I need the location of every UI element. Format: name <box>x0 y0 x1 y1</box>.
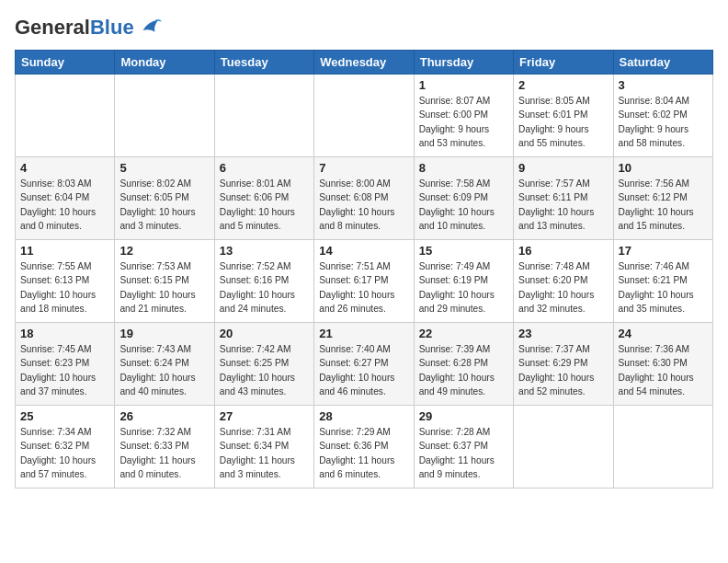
calendar-week-row: 25Sunrise: 7:34 AM Sunset: 6:32 PM Dayli… <box>16 406 713 488</box>
day-number: 7 <box>319 161 408 175</box>
day-info: Sunrise: 7:58 AM Sunset: 6:09 PM Dayligh… <box>419 177 508 233</box>
calendar-day-cell: 18Sunrise: 7:45 AM Sunset: 6:23 PM Dayli… <box>16 323 115 406</box>
logo-blue: Blue <box>90 16 134 39</box>
day-number: 29 <box>419 409 508 423</box>
day-number: 15 <box>419 244 508 258</box>
day-number: 13 <box>220 244 309 258</box>
day-info: Sunrise: 7:34 AM Sunset: 6:32 PM Dayligh… <box>20 425 109 481</box>
calendar-day-cell <box>214 75 313 157</box>
day-info: Sunrise: 7:48 AM Sunset: 6:20 PM Dayligh… <box>518 259 608 316</box>
calendar-day-cell: 21Sunrise: 7:40 AM Sunset: 6:27 PM Dayli… <box>314 323 414 406</box>
day-info: Sunrise: 8:02 AM Sunset: 6:05 PM Dayligh… <box>119 177 209 233</box>
day-number: 19 <box>119 327 209 340</box>
day-number: 6 <box>220 161 309 175</box>
calendar-day-cell <box>314 75 414 157</box>
day-info: Sunrise: 7:52 AM Sunset: 6:16 PM Dayligh… <box>220 259 309 316</box>
calendar-day-cell: 13Sunrise: 7:52 AM Sunset: 6:16 PM Dayli… <box>214 240 313 323</box>
calendar-day-cell: 25Sunrise: 7:34 AM Sunset: 6:32 PM Dayli… <box>16 406 115 488</box>
day-number: 28 <box>319 409 408 423</box>
day-number: 4 <box>20 161 109 175</box>
calendar-day-cell <box>16 75 115 157</box>
calendar-week-row: 18Sunrise: 7:45 AM Sunset: 6:23 PM Dayli… <box>16 323 713 406</box>
day-info: Sunrise: 7:49 AM Sunset: 6:19 PM Dayligh… <box>419 259 508 316</box>
calendar-day-cell: 22Sunrise: 7:39 AM Sunset: 6:28 PM Dayli… <box>414 323 513 406</box>
calendar-day-cell: 27Sunrise: 7:31 AM Sunset: 6:34 PM Dayli… <box>214 406 313 488</box>
day-info: Sunrise: 7:40 AM Sunset: 6:27 PM Dayligh… <box>319 342 408 398</box>
day-info: Sunrise: 7:39 AM Sunset: 6:28 PM Dayligh… <box>419 342 508 398</box>
day-info: Sunrise: 7:46 AM Sunset: 6:21 PM Dayligh… <box>619 259 708 316</box>
day-number: 25 <box>20 409 109 423</box>
logo-general: General <box>15 16 90 39</box>
calendar-week-row: 1Sunrise: 8:07 AM Sunset: 6:00 PM Daylig… <box>16 75 713 157</box>
day-info: Sunrise: 7:43 AM Sunset: 6:24 PM Dayligh… <box>119 342 209 398</box>
calendar-day-cell: 11Sunrise: 7:55 AM Sunset: 6:13 PM Dayli… <box>16 240 115 323</box>
day-info: Sunrise: 7:31 AM Sunset: 6:34 PM Dayligh… <box>220 425 309 481</box>
day-number: 11 <box>20 244 109 258</box>
day-number: 3 <box>619 78 708 92</box>
day-number: 22 <box>419 327 508 340</box>
day-number: 9 <box>518 161 608 175</box>
day-number: 16 <box>518 244 608 258</box>
day-info: Sunrise: 7:32 AM Sunset: 6:33 PM Dayligh… <box>119 425 209 481</box>
calendar-day-cell: 14Sunrise: 7:51 AM Sunset: 6:17 PM Dayli… <box>314 240 414 323</box>
calendar-week-row: 11Sunrise: 7:55 AM Sunset: 6:13 PM Dayli… <box>16 240 713 323</box>
day-number: 27 <box>220 409 309 423</box>
calendar-header-sunday: Sunday <box>16 51 115 75</box>
day-number: 5 <box>119 161 209 175</box>
day-number: 18 <box>20 327 109 340</box>
calendar-header-wednesday: Wednesday <box>314 51 414 75</box>
calendar-day-cell: 1Sunrise: 8:07 AM Sunset: 6:00 PM Daylig… <box>414 75 513 157</box>
calendar-header-thursday: Thursday <box>414 51 513 75</box>
day-info: Sunrise: 8:05 AM Sunset: 6:01 PM Dayligh… <box>518 94 608 150</box>
calendar-day-cell: 29Sunrise: 7:28 AM Sunset: 6:37 PM Dayli… <box>414 406 513 488</box>
day-number: 2 <box>518 78 608 92</box>
calendar-day-cell: 15Sunrise: 7:49 AM Sunset: 6:19 PM Dayli… <box>414 240 513 323</box>
calendar-day-cell: 12Sunrise: 7:53 AM Sunset: 6:15 PM Dayli… <box>115 240 214 323</box>
day-info: Sunrise: 7:36 AM Sunset: 6:30 PM Dayligh… <box>619 342 708 398</box>
logo-bird-icon <box>136 15 162 40</box>
calendar-day-cell: 24Sunrise: 7:36 AM Sunset: 6:30 PM Dayli… <box>613 323 712 406</box>
calendar-day-cell <box>514 406 613 488</box>
day-number: 14 <box>319 244 408 258</box>
day-number: 17 <box>619 244 708 258</box>
day-info: Sunrise: 7:29 AM Sunset: 6:36 PM Dayligh… <box>319 425 408 481</box>
calendar-header-tuesday: Tuesday <box>214 51 313 75</box>
logo: GeneralBlue <box>15 15 162 40</box>
calendar-table: SundayMondayTuesdayWednesdayThursdayFrid… <box>15 50 713 488</box>
calendar-day-cell <box>115 75 214 157</box>
page-header: GeneralBlue <box>15 15 713 40</box>
calendar-day-cell: 5Sunrise: 8:02 AM Sunset: 6:05 PM Daylig… <box>115 157 214 240</box>
day-info: Sunrise: 7:53 AM Sunset: 6:15 PM Dayligh… <box>119 259 209 316</box>
calendar-day-cell: 26Sunrise: 7:32 AM Sunset: 6:33 PM Dayli… <box>115 406 214 488</box>
calendar-day-cell: 4Sunrise: 8:03 AM Sunset: 6:04 PM Daylig… <box>16 157 115 240</box>
day-info: Sunrise: 8:00 AM Sunset: 6:08 PM Dayligh… <box>319 177 408 233</box>
day-number: 8 <box>419 161 508 175</box>
calendar-header-friday: Friday <box>514 51 613 75</box>
day-number: 26 <box>119 409 209 423</box>
day-number: 21 <box>319 327 408 340</box>
day-info: Sunrise: 7:57 AM Sunset: 6:11 PM Dayligh… <box>518 177 608 233</box>
calendar-day-cell: 10Sunrise: 7:56 AM Sunset: 6:12 PM Dayli… <box>613 157 712 240</box>
calendar-day-cell: 2Sunrise: 8:05 AM Sunset: 6:01 PM Daylig… <box>514 75 613 157</box>
day-info: Sunrise: 7:37 AM Sunset: 6:29 PM Dayligh… <box>518 342 608 398</box>
calendar-day-cell: 7Sunrise: 8:00 AM Sunset: 6:08 PM Daylig… <box>314 157 414 240</box>
calendar-day-cell: 19Sunrise: 7:43 AM Sunset: 6:24 PM Dayli… <box>115 323 214 406</box>
day-info: Sunrise: 7:28 AM Sunset: 6:37 PM Dayligh… <box>419 425 508 481</box>
day-info: Sunrise: 8:01 AM Sunset: 6:06 PM Dayligh… <box>220 177 309 233</box>
day-number: 1 <box>419 78 508 92</box>
calendar-day-cell: 8Sunrise: 7:58 AM Sunset: 6:09 PM Daylig… <box>414 157 513 240</box>
calendar-day-cell: 6Sunrise: 8:01 AM Sunset: 6:06 PM Daylig… <box>214 157 313 240</box>
day-info: Sunrise: 8:03 AM Sunset: 6:04 PM Dayligh… <box>20 177 109 233</box>
day-number: 23 <box>518 327 608 340</box>
calendar-day-cell: 16Sunrise: 7:48 AM Sunset: 6:20 PM Dayli… <box>514 240 613 323</box>
calendar-header-monday: Monday <box>115 51 214 75</box>
calendar-day-cell: 28Sunrise: 7:29 AM Sunset: 6:36 PM Dayli… <box>314 406 414 488</box>
calendar-day-cell <box>613 406 712 488</box>
day-info: Sunrise: 7:45 AM Sunset: 6:23 PM Dayligh… <box>20 342 109 398</box>
day-number: 12 <box>119 244 209 258</box>
calendar-header-saturday: Saturday <box>613 51 712 75</box>
calendar-header-row: SundayMondayTuesdayWednesdayThursdayFrid… <box>16 51 713 75</box>
day-number: 10 <box>619 161 708 175</box>
calendar-day-cell: 20Sunrise: 7:42 AM Sunset: 6:25 PM Dayli… <box>214 323 313 406</box>
day-info: Sunrise: 7:56 AM Sunset: 6:12 PM Dayligh… <box>619 177 708 233</box>
